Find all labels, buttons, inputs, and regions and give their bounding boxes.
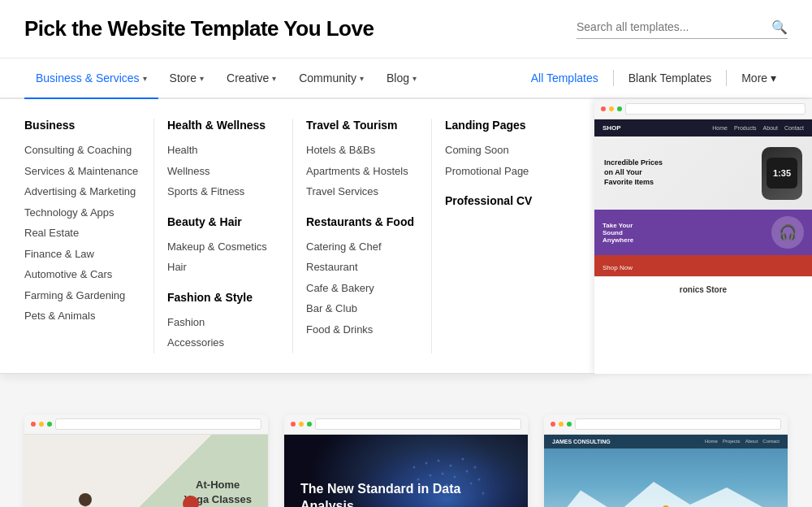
elec-hero: Incredible Priceson All YourFavorite Ite…	[594, 136, 812, 210]
dropdown-link[interactable]: Bar & Club	[306, 298, 418, 319]
chevron-down-icon: ▾	[143, 74, 147, 83]
dropdown-section: Business Consulting & Coaching Services …	[0, 99, 812, 374]
dropdown-col-travel: Travel & Tourism Hotels & B&Bs Apartment…	[293, 119, 432, 353]
svg-point-11	[454, 475, 456, 478]
dropdown-link[interactable]: Restaurant	[306, 257, 418, 278]
elec-purple-band: Take YourSoundAnywhere 🎧	[594, 210, 812, 255]
dropdown-link[interactable]: Cafe & Bakery	[306, 278, 418, 299]
dropdown-link[interactable]: Real Estate	[24, 223, 140, 244]
window-min-dot	[559, 422, 564, 427]
svg-point-3	[425, 462, 428, 464]
nav-link: About	[745, 439, 758, 444]
main-content: At-Home Yoga Classes Online	[0, 374, 812, 508]
category-title-fashion: Fashion & Style	[167, 291, 279, 304]
browser-chrome	[24, 414, 268, 435]
dropdown-col-landing: Landing Pages Coming Soon Promotional Pa…	[432, 119, 570, 353]
chevron-down-icon: ▾	[412, 74, 417, 83]
category-title-restaurants: Restaurants & Food	[306, 215, 418, 228]
url-bar	[625, 103, 806, 115]
person-figure	[658, 505, 674, 508]
nav-item-business-services[interactable]: Business & Services ▾	[24, 58, 158, 99]
svg-point-4	[438, 459, 440, 462]
dropdown-link[interactable]: Automotive & Cars	[24, 264, 140, 285]
category-title-travel: Travel & Tourism	[306, 119, 418, 132]
dropdown-link[interactable]: Apartments & Hostels	[306, 161, 418, 182]
dropdown-link[interactable]: Makeup & Cosmetics	[167, 236, 279, 258]
nav-item-blog[interactable]: Blog ▾	[375, 58, 428, 98]
dropdown-menu: Business Consulting & Coaching Services …	[0, 99, 594, 374]
elec-nav-bar: SHOP Home Products About Contact	[594, 119, 812, 136]
dropdown-link[interactable]: Promotional Page	[445, 161, 557, 182]
nav-item-store[interactable]: Store ▾	[158, 58, 215, 98]
elec-nav-link: Contact	[784, 125, 804, 131]
consulting-template-card[interactable]: JAMES CONSULTING Home Projects About Con…	[544, 414, 788, 508]
dropdown-link[interactable]: Food & Drinks	[306, 319, 418, 340]
nav-blank-templates[interactable]: Blank Templates	[617, 58, 723, 98]
window-min-dot	[39, 422, 44, 427]
nav-item-creative[interactable]: Creative ▾	[215, 58, 287, 98]
svg-point-6	[462, 457, 464, 460]
elec-nav-link: Products	[734, 125, 757, 131]
nav-left: Business & Services ▾ Store ▾ Creative ▾…	[24, 58, 520, 98]
dropdown-link[interactable]: Coming Soon	[445, 140, 557, 161]
window-close-dot	[31, 422, 36, 427]
consulting-logo: JAMES CONSULTING	[552, 439, 611, 444]
category-title-business: Business	[24, 119, 140, 132]
dropdown-link[interactable]: Hair	[167, 257, 279, 278]
dropdown-link[interactable]: Consulting & Coaching	[24, 140, 140, 161]
watch-face: 1:35	[767, 158, 797, 188]
dropdown-link[interactable]: Fashion	[167, 312, 279, 333]
search-icon[interactable]: 🔍	[771, 20, 788, 35]
chevron-down-icon: ▾	[771, 72, 776, 84]
elec-store-label: ronics Store	[680, 285, 727, 294]
yoga-template-card[interactable]: At-Home Yoga Classes Online	[24, 414, 268, 508]
nav-more[interactable]: More ▾	[730, 58, 788, 98]
dropdown-link[interactable]: Accessories	[167, 332, 279, 353]
nav-divider	[613, 70, 614, 86]
elec-red-band: Shop Now	[594, 255, 812, 276]
dropdown-link[interactable]: Technology & Apps	[24, 202, 140, 223]
category-title-health: Health & Wellness	[167, 119, 279, 132]
dropdown-link[interactable]: Wellness	[167, 161, 279, 182]
elec-promo: Incredible Priceson All YourFavorite Ite…	[604, 158, 663, 187]
dropdown-link[interactable]: Health	[167, 140, 279, 161]
nav-item-community[interactable]: Community ▾	[287, 58, 375, 98]
elec-nav-link: About	[763, 125, 778, 131]
dropdown-link[interactable]: Hotels & B&Bs	[306, 140, 418, 161]
nav-all-templates[interactable]: All Templates	[520, 58, 610, 98]
dropdown-link[interactable]: Farming & Gardening	[24, 285, 140, 306]
dropdown-link[interactable]: Finance & Law	[24, 244, 140, 265]
window-max-dot	[47, 422, 52, 427]
dropdown-link[interactable]: Advertising & Marketing	[24, 181, 140, 202]
watch-image: 1:35	[762, 147, 802, 200]
data-analysis-template-card[interactable]: The New Standard in Data Analysis Use Da…	[284, 414, 528, 508]
window-max-dot	[307, 422, 312, 427]
data-card-image: The New Standard in Data Analysis Use Da…	[284, 435, 528, 508]
url-bar	[55, 418, 261, 430]
elec-purple-text: Take YourSoundAnywhere	[603, 222, 633, 244]
svg-point-8	[417, 478, 420, 480]
consulting-nav: JAMES CONSULTING Home Projects About Con…	[544, 435, 788, 448]
electronics-preview: SHOP Home Products About Contact Incredi…	[594, 99, 812, 374]
dropdown-link[interactable]: Sports & Fitness	[167, 181, 279, 202]
elec-red-text: Shop Now	[603, 264, 633, 271]
search-input[interactable]	[577, 20, 771, 33]
elec-headphone-icon: 🎧	[771, 216, 804, 249]
window-close-dot	[291, 422, 296, 427]
elec-store-name: ronics Store	[594, 276, 812, 300]
dropdown-link[interactable]: Pets & Animals	[24, 306, 140, 327]
category-title-beauty: Beauty & Hair	[167, 215, 279, 228]
hiker-icon	[658, 505, 674, 508]
elec-nav-links: Home Products About Contact	[712, 125, 804, 131]
svg-point-13	[478, 478, 481, 480]
category-title-landing: Landing Pages	[445, 119, 557, 132]
data-card-title: The New Standard in Data Analysis	[300, 481, 512, 507]
window-min-dot	[609, 106, 614, 111]
dropdown-link[interactable]: Catering & Chef	[306, 236, 418, 258]
svg-point-0	[79, 493, 92, 506]
category-title-cv: Professional CV	[445, 194, 557, 207]
navbar: Business & Services ▾ Store ▾ Creative ▾…	[0, 58, 812, 99]
dropdown-link[interactable]: Travel Services	[306, 181, 418, 202]
dropdown-link[interactable]: Services & Maintenance	[24, 161, 140, 182]
dropdown-col-health: Health & Wellness Health Wellness Sports…	[154, 119, 293, 353]
